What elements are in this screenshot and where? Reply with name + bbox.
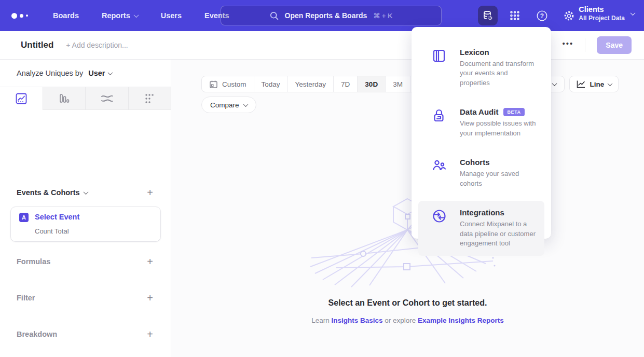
bar-chart-icon [58,92,70,105]
date-range-3m[interactable]: 3M [385,76,410,92]
apps-grid-icon [509,10,520,21]
chevron-down-icon [608,81,613,86]
calendar-icon [209,80,218,89]
empty-state-title: Select an Event or Cohort to get started… [171,298,644,308]
compare-button[interactable]: Compare [201,97,256,113]
svg-text:?: ? [540,12,543,20]
count-type-dropdown[interactable]: Count Total [35,227,69,235]
formulas-section: Formulas + [0,254,171,269]
mixpanel-logo-icon[interactable] [11,13,36,19]
menu-item-lexicon[interactable]: Lexicon Document and transform your even… [418,40,544,95]
nav-icon-group: ? [478,0,579,31]
search-placeholder: Open Reports & Boards [285,11,367,20]
settings-button[interactable] [559,6,579,25]
beta-badge: BETA [503,108,524,116]
date-range-custom[interactable]: Custom [202,76,254,92]
query-sidebar: Analyze Uniques by User [0,60,171,357]
chart-type-tabs [0,87,171,110]
add-formula-button[interactable]: + [147,256,153,267]
date-range-7d[interactable]: 7D [333,76,357,92]
project-selector[interactable]: Clients All Project Data [579,5,635,22]
chevron-down-icon [631,10,636,16]
lexicon-book-icon [432,49,446,88]
help-icon: ? [536,10,548,22]
empty-state: Select an Event or Cohort to get started… [171,298,644,324]
line-chart-icon [576,80,586,89]
data-management-button[interactable] [478,6,498,25]
tab-bar-chart[interactable] [43,87,86,110]
report-description-placeholder[interactable]: + Add description... [66,41,128,49]
events-cohorts-header: Events & Cohorts + [0,186,171,199]
metrics-grid-icon [143,92,156,105]
divider [585,38,585,52]
analyze-uniques-row: Analyze Uniques by User [0,60,171,87]
global-search-input[interactable]: Open Reports & Boards ⌘ + K [221,6,442,25]
menu-item-data-audit[interactable]: Data AuditBETA View possible issues with… [418,100,544,145]
more-options-icon[interactable]: ••• [563,41,574,49]
menu-item-integrations[interactable]: Integrations Connect Mixpanel to a data … [418,201,544,255]
report-title[interactable]: Untitled [21,40,53,50]
tab-insights-line[interactable] [0,87,43,110]
filter-label: Filter [17,294,35,302]
chevron-down-icon [243,102,248,107]
tab-flows[interactable] [85,87,128,110]
nav-item-users[interactable]: Users [161,11,182,20]
formulas-label: Formulas [17,257,50,266]
insights-basics-link[interactable]: Insights Basics [331,317,382,324]
save-button[interactable]: Save [597,36,632,54]
settings-gear-icon [563,10,575,22]
chevron-down-icon [552,81,557,86]
event-letter-badge: A [19,213,29,222]
add-filter-button[interactable]: + [147,293,153,303]
date-range-yesterday[interactable]: Yesterday [287,76,334,92]
data-audit-icon [432,108,446,138]
date-range-30d[interactable]: 30D [357,76,385,92]
menu-item-cohorts[interactable]: Cohorts Manage your saved cohorts [418,150,544,196]
top-nav: Boards Reports Users Events Open Reports… [0,0,644,31]
project-scope: All Project Data [579,15,625,22]
project-name: Clients [579,5,625,13]
breakdown-section: Breakdown + [0,326,171,342]
data-management-menu: Lexicon Document and transform your even… [412,27,551,239]
empty-state-links: Learn Insights Basics or explore Example… [171,317,644,324]
insights-line-icon [15,92,28,105]
chart-type-dropdown[interactable]: Line [569,76,619,92]
add-breakdown-button[interactable]: + [147,329,153,339]
events-cohorts-toggle[interactable]: Events & Cohorts [17,188,88,197]
tab-metrics-grid[interactable] [128,87,171,110]
analyze-value-dropdown[interactable]: User [88,69,112,77]
add-event-button[interactable]: + [147,187,153,198]
integrations-sync-icon [432,209,446,248]
select-event-button[interactable]: Select Event [35,213,79,221]
analyze-label: Analyze Uniques by [17,69,83,77]
cohorts-people-icon [432,159,446,188]
example-reports-link[interactable]: Example Insights Reports [418,317,504,324]
event-row-card[interactable]: A Select Event Count Total [10,207,161,242]
chevron-down-icon [83,189,88,195]
nav-item-reports[interactable]: Reports [102,11,138,20]
nav-menu: Boards Reports Users Events [53,11,229,20]
apps-grid-button[interactable] [505,6,525,25]
date-range-today[interactable]: Today [254,76,287,92]
filter-section: Filter + [0,290,171,306]
nav-item-boards[interactable]: Boards [53,11,79,20]
search-shortcut: ⌘ + K [373,12,392,20]
database-gear-icon [482,10,494,21]
flows-icon [100,92,114,105]
chevron-down-icon [133,12,139,18]
help-button[interactable]: ? [532,6,552,25]
chevron-down-icon [108,70,113,75]
breakdown-label: Breakdown [17,330,57,338]
search-icon [270,11,279,20]
